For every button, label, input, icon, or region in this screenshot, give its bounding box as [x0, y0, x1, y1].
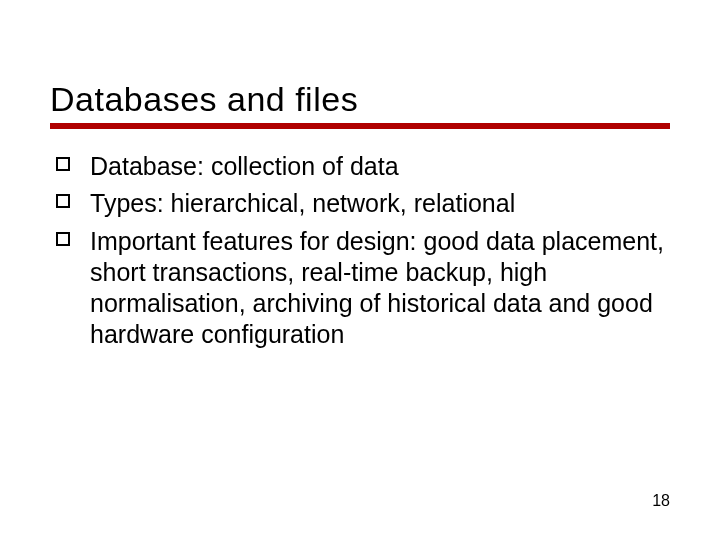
page-number: 18 — [652, 492, 670, 510]
list-item-text: Types: hierarchical, network, relational — [90, 189, 515, 217]
list-item-text: Database: collection of data — [90, 152, 399, 180]
square-bullet-icon — [56, 232, 70, 246]
list-item: Types: hierarchical, network, relational — [50, 188, 670, 219]
list-item-text: Important features for design: good data… — [90, 227, 664, 349]
square-bullet-icon — [56, 194, 70, 208]
slide: Databases and files Database: collection… — [0, 0, 720, 540]
title-underline — [50, 123, 670, 129]
list-item: Important features for design: good data… — [50, 226, 670, 351]
list-item: Database: collection of data — [50, 151, 670, 182]
slide-title: Databases and files — [50, 80, 670, 119]
square-bullet-icon — [56, 157, 70, 171]
bullet-list: Database: collection of data Types: hier… — [50, 151, 670, 351]
